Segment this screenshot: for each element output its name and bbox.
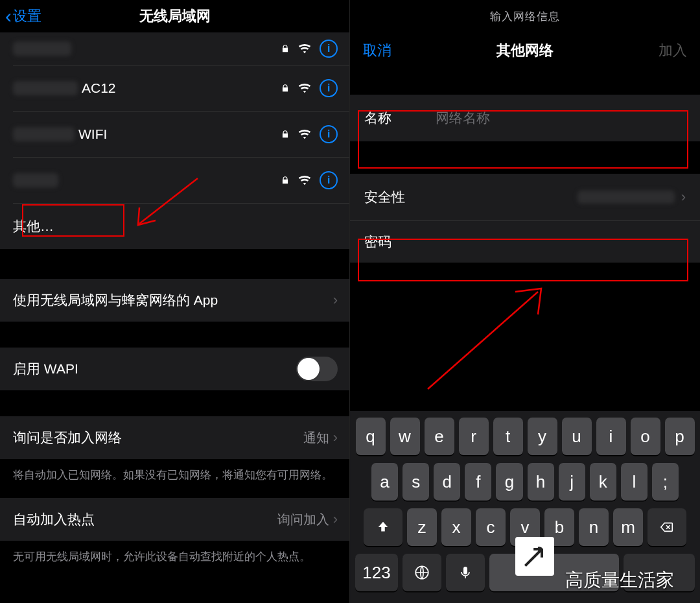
ask-join-row[interactable]: 询问是否加入网络 通知 › bbox=[0, 416, 349, 459]
wifi-network-row[interactable]: i bbox=[0, 158, 349, 203]
other-network-row[interactable]: 其他… bbox=[0, 204, 349, 249]
wifi-icon bbox=[298, 41, 312, 56]
wifi-network-row[interactable]: AC12 i bbox=[0, 65, 349, 111]
key-x[interactable]: x bbox=[441, 508, 471, 546]
chevron-right-icon: › bbox=[681, 189, 686, 206]
security-row[interactable]: 安全性 › bbox=[350, 174, 700, 220]
key-r[interactable]: r bbox=[459, 418, 489, 455]
key-;[interactable]: ; bbox=[652, 463, 679, 501]
ask-join-footer: 将自动加入已知网络。如果没有已知网络，将通知您有可用网络。 bbox=[0, 459, 349, 498]
keyboard: qwertyuiop asdfghjkl; zxcvbnm 123 bbox=[350, 411, 700, 603]
auto-hotspot-footer: 无可用无线局域网时，允许此设备自动查找附近的个人热点。 bbox=[0, 541, 349, 580]
key-space[interactable] bbox=[489, 554, 619, 591]
name-input[interactable]: 网络名称 bbox=[436, 109, 490, 127]
info-icon[interactable]: i bbox=[320, 40, 338, 58]
key-s[interactable]: s bbox=[402, 463, 429, 501]
svg-rect-5 bbox=[463, 567, 467, 574]
key-l[interactable]: l bbox=[621, 463, 648, 501]
key-z[interactable]: z bbox=[407, 508, 437, 546]
nav-header: ‹ 设置 无线局域网 bbox=[0, 0, 349, 32]
wifi-name-blurred bbox=[13, 173, 58, 187]
key-j[interactable]: j bbox=[559, 463, 585, 501]
network-name-row[interactable]: 名称 网络名称 bbox=[350, 95, 700, 141]
lock-icon bbox=[281, 83, 290, 93]
other-network-screen: 输入网络信息 取消 其他网络 加入 名称 网络名称 安全性 › 密码 bbox=[350, 0, 700, 603]
key-v[interactable]: v bbox=[510, 508, 540, 546]
key-d[interactable]: d bbox=[434, 463, 460, 501]
key-w[interactable]: w bbox=[390, 418, 420, 455]
auto-hotspot-row[interactable]: 自动加入热点 询问加入 › bbox=[0, 498, 349, 541]
wifi-icon bbox=[298, 173, 312, 187]
wifi-name-blurred bbox=[13, 81, 78, 95]
wifi-settings-screen: ‹ 设置 无线局域网 i AC12 bbox=[0, 0, 350, 603]
key-backspace[interactable] bbox=[648, 508, 686, 546]
back-button[interactable]: ‹ 设置 bbox=[5, 0, 41, 32]
key-c[interactable]: c bbox=[476, 508, 506, 546]
wifi-network-row[interactable]: i bbox=[0, 32, 349, 65]
chevron-right-icon: › bbox=[333, 429, 338, 446]
other-label: 其他… bbox=[13, 217, 338, 235]
wifi-name-blurred bbox=[13, 41, 71, 56]
key-p[interactable]: p bbox=[665, 418, 695, 455]
wapi-label: 启用 WAPI bbox=[13, 360, 296, 378]
ask-join-value: 通知 bbox=[303, 429, 329, 447]
key-b[interactable]: b bbox=[544, 508, 574, 546]
join-button[interactable]: 加入 bbox=[659, 41, 687, 60]
key-k[interactable]: k bbox=[590, 463, 616, 501]
info-icon[interactable]: i bbox=[320, 125, 338, 143]
wifi-name-suffix: AC12 bbox=[82, 80, 116, 96]
ask-join-label: 询问是否加入网络 bbox=[13, 429, 303, 447]
key-t[interactable]: t bbox=[493, 418, 523, 455]
lock-icon bbox=[281, 43, 290, 54]
key-n[interactable]: n bbox=[579, 508, 609, 546]
apps-label: 使用无线局域网与蜂窝网络的 App bbox=[13, 291, 333, 309]
key-f[interactable]: f bbox=[465, 463, 491, 501]
key-i[interactable]: i bbox=[596, 418, 626, 455]
security-value-blurred bbox=[578, 191, 675, 204]
lock-icon bbox=[281, 129, 290, 139]
key-shift[interactable] bbox=[364, 508, 402, 546]
key-q[interactable]: q bbox=[356, 418, 386, 455]
svg-line-1 bbox=[428, 292, 538, 389]
lock-icon bbox=[281, 175, 290, 185]
back-label: 设置 bbox=[13, 6, 41, 26]
sheet-title: 其他网络 bbox=[496, 41, 554, 60]
key-e[interactable]: e bbox=[425, 418, 454, 455]
key-y[interactable]: y bbox=[528, 418, 557, 455]
chevron-right-icon: › bbox=[333, 292, 338, 309]
apps-using-wlan-row[interactable]: 使用无线局域网与蜂窝网络的 App › bbox=[0, 279, 349, 322]
key-h[interactable]: h bbox=[528, 463, 554, 501]
auto-hotspot-value: 询问加入 bbox=[277, 511, 329, 528]
wifi-name-blurred bbox=[13, 127, 75, 141]
annotation-arrow-icon bbox=[415, 279, 557, 396]
key-o[interactable]: o bbox=[631, 418, 660, 455]
wapi-row: 启用 WAPI bbox=[0, 348, 349, 390]
sheet-nav: 取消 其他网络 加入 bbox=[350, 32, 700, 69]
name-label: 名称 bbox=[364, 109, 436, 127]
key-globe[interactable] bbox=[402, 554, 441, 591]
password-label: 密码 bbox=[364, 233, 436, 251]
info-icon[interactable]: i bbox=[320, 79, 338, 97]
password-row[interactable]: 密码 bbox=[350, 221, 700, 263]
wifi-network-row[interactable]: WIFI i bbox=[0, 112, 349, 157]
key-123[interactable]: 123 bbox=[355, 554, 398, 591]
key-g[interactable]: g bbox=[496, 463, 522, 501]
wifi-icon bbox=[298, 127, 312, 141]
key-m[interactable]: m bbox=[613, 508, 643, 546]
wifi-name-suffix: WIFI bbox=[78, 126, 107, 142]
cancel-button[interactable]: 取消 bbox=[363, 41, 391, 60]
security-label: 安全性 bbox=[364, 188, 436, 206]
info-icon[interactable]: i bbox=[320, 171, 338, 189]
chevron-left-icon: ‹ bbox=[5, 6, 12, 26]
page-title: 无线局域网 bbox=[139, 6, 211, 26]
key-u[interactable]: u bbox=[562, 418, 592, 455]
wifi-icon bbox=[298, 81, 312, 95]
key-a[interactable]: a bbox=[371, 463, 398, 501]
chevron-right-icon: › bbox=[333, 511, 338, 528]
wapi-toggle[interactable] bbox=[296, 357, 338, 381]
sheet-subtitle: 输入网络信息 bbox=[350, 0, 700, 32]
key-return[interactable] bbox=[624, 554, 695, 591]
key-mic[interactable] bbox=[446, 554, 485, 591]
auto-hotspot-label: 自动加入热点 bbox=[13, 510, 277, 528]
